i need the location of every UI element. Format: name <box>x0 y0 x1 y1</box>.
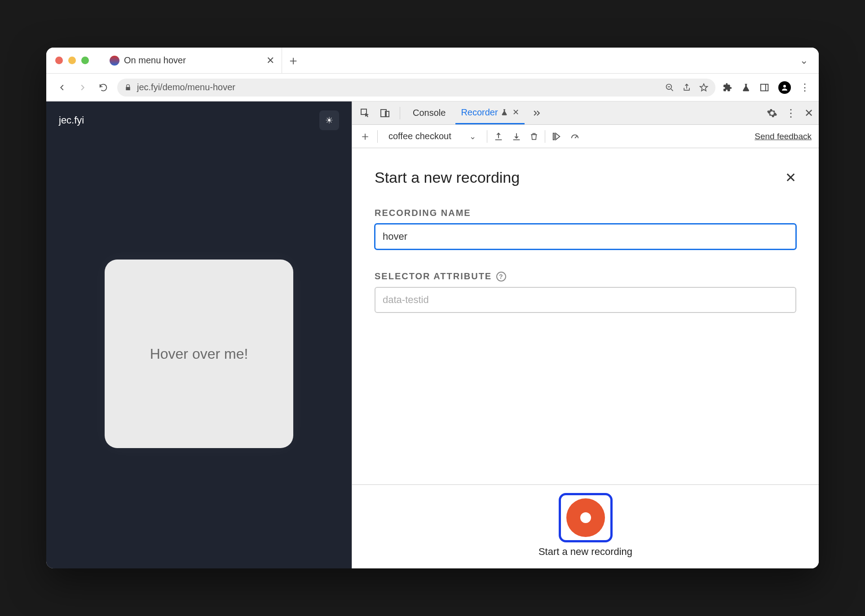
extension-icons: ⋮ <box>723 81 810 94</box>
tab-recorder[interactable]: Recorder ✕ <box>455 101 524 124</box>
separator <box>400 107 400 119</box>
recording-name-label: RECORDING NAME <box>375 208 796 218</box>
add-recording-button[interactable]: ＋ <box>359 128 371 144</box>
separator <box>545 130 545 143</box>
panel-icon[interactable] <box>759 83 769 92</box>
tab-recorder-label: Recorder <box>461 107 498 118</box>
address-actions <box>665 83 708 92</box>
tab-title: On menu hover <box>124 55 186 66</box>
lock-icon <box>124 84 132 91</box>
record-button-highlight <box>559 493 613 542</box>
help-icon[interactable]: ? <box>496 272 506 282</box>
svg-rect-1 <box>761 84 768 91</box>
inspect-element-button[interactable] <box>357 106 373 121</box>
tab-close-button[interactable]: ✕ <box>266 55 274 66</box>
device-toolbar-button[interactable] <box>377 106 393 121</box>
recorder-panel: Start a new recording ✕ RECORDING NAME S… <box>352 148 819 484</box>
recording-select-label: coffee checkout <box>388 131 451 141</box>
sun-icon: ☀ <box>325 115 333 126</box>
devtools-pane: Console Recorder ✕ ⋮ ✕ <box>352 101 819 568</box>
more-tabs-button[interactable] <box>529 106 544 121</box>
forward-button[interactable] <box>76 81 89 94</box>
window-maximize-button[interactable] <box>81 57 89 64</box>
record-button-label: Start a new recording <box>538 546 632 558</box>
selector-attribute-input[interactable] <box>375 287 796 313</box>
panel-close-button[interactable]: ✕ <box>785 170 796 185</box>
record-button[interactable] <box>566 498 605 537</box>
recording-select[interactable]: coffee checkout ⌄ <box>384 129 481 143</box>
hover-card[interactable]: Hover over me! <box>105 260 293 448</box>
tab-close-icon[interactable]: ✕ <box>512 107 519 117</box>
page-viewport: jec.fyi ☀ Hover over me! <box>46 101 352 568</box>
play-icon[interactable] <box>552 132 561 141</box>
tab-console-label: Console <box>413 108 446 118</box>
selector-attribute-field: SELECTOR ATTRIBUTE ? <box>375 271 796 313</box>
speed-icon[interactable] <box>569 132 580 141</box>
hover-card-text: Hover over me! <box>150 346 248 362</box>
record-icon <box>580 512 591 523</box>
svg-rect-6 <box>553 133 554 140</box>
window-close-button[interactable] <box>55 57 63 64</box>
browser-toolbar: jec.fyi/demo/menu-hover <box>46 74 819 101</box>
page-center: Hover over me! <box>46 139 352 568</box>
recorder-toolbar: ＋ coffee checkout ⌄ <box>352 125 819 148</box>
tab-favicon <box>110 56 119 66</box>
devtools-close-button[interactable]: ✕ <box>804 107 813 119</box>
flask-icon <box>501 108 508 116</box>
profile-avatar[interactable] <box>778 81 791 94</box>
share-icon[interactable] <box>682 83 691 92</box>
browser-tab[interactable]: On menu hover ✕ <box>102 48 282 73</box>
recorder-actions <box>494 132 538 141</box>
browser-menu-button[interactable]: ⋮ <box>800 82 810 93</box>
recorder-playback <box>552 132 580 141</box>
delete-icon[interactable] <box>530 132 538 141</box>
page-header: jec.fyi ☀ <box>46 101 352 139</box>
flask-icon[interactable] <box>741 83 750 92</box>
browser-window: On menu hover ✕ ＋ ⌄ jec.fyi/demo/menu-ho… <box>46 48 819 568</box>
panel-title: Start a new recording <box>375 169 520 186</box>
window-minimize-button[interactable] <box>68 57 76 64</box>
separator <box>487 130 487 143</box>
selector-attribute-label: SELECTOR ATTRIBUTE <box>375 271 492 282</box>
tab-strip: On menu hover ✕ ＋ <box>102 48 305 73</box>
export-icon[interactable] <box>494 132 503 141</box>
zoom-out-icon[interactable] <box>665 83 674 92</box>
svg-point-2 <box>783 85 786 88</box>
window-controls <box>55 57 89 64</box>
new-tab-button[interactable]: ＋ <box>282 49 305 72</box>
send-feedback-link[interactable]: Send feedback <box>755 132 812 141</box>
theme-toggle-button[interactable]: ☀ <box>319 110 339 130</box>
titlebar-right: ⌄ <box>800 55 819 66</box>
extensions-icon[interactable] <box>723 83 733 92</box>
settings-button[interactable] <box>767 108 777 119</box>
tab-console[interactable]: Console <box>407 101 451 124</box>
star-icon[interactable] <box>699 83 708 92</box>
content-row: jec.fyi ☀ Hover over me! <box>46 101 819 568</box>
devtools-tabbar: Console Recorder ✕ ⋮ ✕ <box>352 101 819 125</box>
devtools-menu-button[interactable]: ⋮ <box>786 107 796 119</box>
page-brand[interactable]: jec.fyi <box>59 114 84 126</box>
address-bar[interactable]: jec.fyi/demo/menu-hover <box>117 79 715 97</box>
import-icon[interactable] <box>512 132 521 141</box>
recorder-footer: Start a new recording <box>352 484 819 568</box>
chevron-down-icon: ⌄ <box>469 132 476 141</box>
url-text: jec.fyi/demo/menu-hover <box>137 82 235 92</box>
separator <box>377 130 378 143</box>
window-titlebar: On menu hover ✕ ＋ ⌄ <box>46 48 819 74</box>
chevron-down-icon[interactable]: ⌄ <box>800 55 808 66</box>
recording-name-field: RECORDING NAME <box>375 208 796 250</box>
reload-button[interactable] <box>97 81 110 94</box>
recording-name-input[interactable] <box>375 224 796 250</box>
back-button[interactable] <box>55 81 69 94</box>
